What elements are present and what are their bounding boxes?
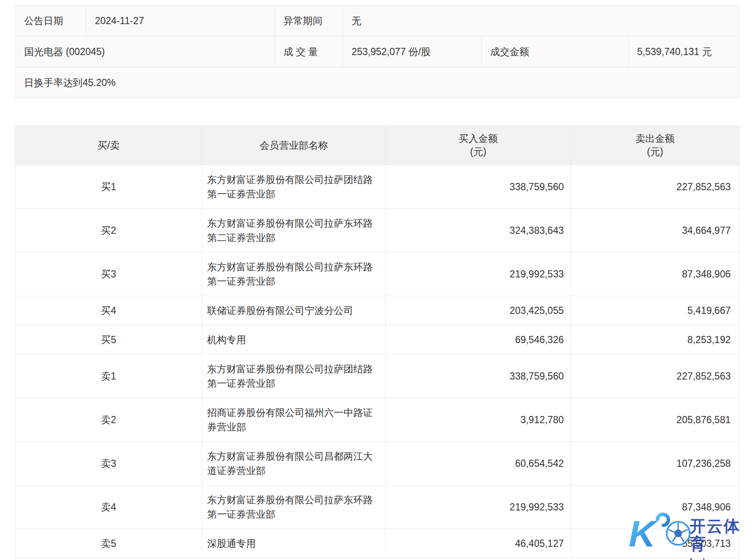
buy-amount-cell: 338,759,560 (386, 165, 571, 208)
buy-amount-cell: 219,992,533 (386, 485, 571, 529)
branch-cell: 东方财富证券股份有限公司拉萨东环路第一证券营业部 (202, 252, 386, 296)
side-cell: 卖1 (16, 355, 202, 398)
buy-amount-cell: 3,912,780 (386, 398, 571, 441)
side-cell: 卖4 (16, 485, 202, 529)
table-row: 买3东方财富证券股份有限公司拉萨东环路第一证券营业部219,992,53387,… (16, 252, 739, 296)
turnover-label: 成交金额 (482, 36, 629, 67)
branch-cell: 机构专用 (202, 325, 386, 354)
abnormal-period-label: 异常期间 (275, 6, 343, 36)
buy-amount-cell: 60,654,542 (386, 442, 571, 485)
side-cell: 买5 (16, 325, 202, 354)
sell-amount-cell: 34,664,977 (571, 209, 739, 252)
header-buy-line2: (元) (470, 145, 486, 158)
table-row: 买1东方财富证券股份有限公司拉萨团结路第一证券营业部338,759,560227… (16, 165, 739, 209)
side-cell: 卖3 (16, 442, 202, 485)
side-cell: 卖2 (16, 398, 202, 441)
broker-table: 买/卖 会员营业部名称 买入金额 (元) 卖出金额 (元) 买1东方财富证券股份… (15, 125, 740, 558)
side-cell: 卖5 (16, 529, 202, 558)
header-buy-amount: 买入金额 (元) (386, 126, 571, 165)
sell-amount-cell: 227,852,563 (571, 355, 739, 398)
header-sell-amount: 卖出金额 (元) (571, 126, 739, 165)
sell-amount-cell: 87,348,906 (571, 485, 739, 529)
table-row: 卖5深股通专用46,405,12755,503,713 (16, 529, 739, 558)
branch-cell: 联储证券股份有限公司宁波分公司 (202, 296, 386, 325)
broker-table-body: 买1东方财富证券股份有限公司拉萨团结路第一证券营业部338,759,560227… (16, 165, 739, 558)
turnover-rate-note: 日换手率达到45.20% (16, 67, 739, 98)
table-row: 卖3东方财富证券股份有限公司昌都两江大道证券营业部60,654,542107,2… (16, 442, 739, 485)
table-row: 买4联储证券股份有限公司宁波分公司203,425,0555,419,667 (16, 296, 739, 325)
branch-cell: 东方财富证券股份有限公司拉萨团结路第一证券营业部 (202, 165, 386, 208)
branch-cell: 东方财富证券股份有限公司拉萨东环路第一证券营业部 (202, 485, 386, 529)
branch-cell: 招商证券股份有限公司福州六一中路证券营业部 (202, 398, 386, 441)
branch-cell: 东方财富证券股份有限公司拉萨东环路第二证券营业部 (202, 209, 386, 252)
header-sell-line1: 卖出金额 (636, 132, 675, 145)
header-branch: 会员营业部名称 (202, 126, 386, 165)
sell-amount-cell: 55,503,713 (571, 529, 739, 558)
volume-value: 253,952,077 份/股 (343, 36, 482, 67)
stock-name: 国光电器 (002045) (16, 36, 275, 67)
buy-amount-cell: 69,546,326 (386, 325, 571, 354)
buy-amount-cell: 203,425,055 (386, 296, 571, 325)
table-row: 买2东方财富证券股份有限公司拉萨东环路第二证券营业部324,383,64334,… (16, 209, 739, 252)
announce-date-value: 2024-11-27 (86, 6, 275, 36)
table-row: 买5机构专用69,546,3268,253,192 (16, 325, 739, 355)
table-row: 卖2招商证券股份有限公司福州六一中路证券营业部3,912,780205,876,… (16, 398, 739, 442)
turnover-value: 5,539,740,131 元 (629, 36, 739, 67)
buy-amount-cell: 338,759,560 (386, 355, 571, 398)
branch-cell: 深股通专用 (202, 529, 386, 558)
header-sell-line2: (元) (647, 145, 663, 158)
table-row: 卖1东方财富证券股份有限公司拉萨团结路第一证券营业部338,759,560227… (16, 355, 739, 398)
sell-amount-cell: 5,419,667 (571, 296, 739, 325)
volume-label: 成 交 量 (275, 36, 343, 67)
sell-amount-cell: 87,348,906 (571, 252, 739, 296)
table-row: 卖4东方财富证券股份有限公司拉萨东环路第一证券营业部219,992,53387,… (16, 485, 739, 529)
announce-date-label: 公告日期 (16, 6, 86, 36)
side-cell: 买2 (16, 209, 202, 252)
sell-amount-cell: 8,253,192 (571, 325, 739, 354)
sell-amount-cell: 227,852,563 (571, 165, 739, 208)
branch-cell: 东方财富证券股份有限公司昌都两江大道证券营业部 (202, 442, 386, 485)
page: 公告日期 2024-11-27 异常期间 无 国光电器 (002045) 成 交… (0, 0, 754, 560)
buy-amount-cell: 46,405,127 (386, 529, 571, 558)
header-side: 买/卖 (16, 126, 202, 165)
sell-amount-cell: 205,876,581 (571, 398, 739, 441)
abnormal-period-value: 无 (343, 6, 739, 36)
branch-cell: 东方财富证券股份有限公司拉萨团结路第一证券营业部 (202, 355, 386, 398)
stock-info-panel: 公告日期 2024-11-27 异常期间 无 国光电器 (002045) 成 交… (15, 5, 739, 98)
side-cell: 买3 (16, 252, 202, 296)
side-cell: 买1 (16, 165, 202, 208)
buy-amount-cell: 324,383,643 (386, 209, 571, 252)
sell-amount-cell: 107,236,258 (571, 442, 739, 485)
header-buy-line1: 买入金额 (459, 132, 498, 145)
buy-amount-cell: 219,992,533 (386, 252, 571, 296)
table-header-row: 买/卖 会员营业部名称 买入金额 (元) 卖出金额 (元) (16, 126, 739, 165)
side-cell: 买4 (16, 296, 202, 325)
